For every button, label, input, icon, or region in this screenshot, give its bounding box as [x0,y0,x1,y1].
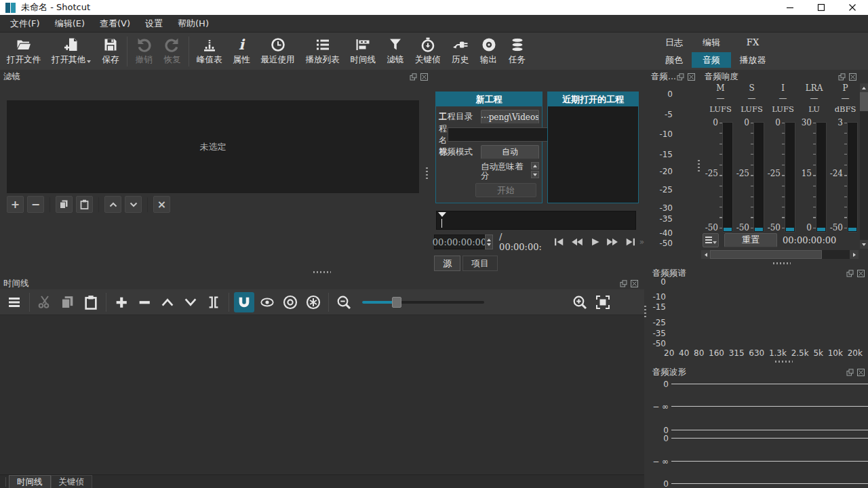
cut-button[interactable] [35,292,55,312]
scroll-left-button[interactable] [701,250,710,259]
properties-button[interactable]: i 属性 [228,34,256,67]
float-panel-icon[interactable] [838,73,846,81]
timecode-spinner[interactable] [485,235,493,249]
tab-player[interactable]: 播放器 [731,52,774,68]
ripple-delete-button[interactable] [134,292,155,312]
ripple-all-tracks-button[interactable] [303,292,323,312]
tab-project[interactable]: 项目 [462,256,498,271]
menu-view[interactable]: 查看(V) [92,15,138,33]
playlist-button[interactable]: 播放列表 [300,34,345,67]
close-panel-icon[interactable] [631,280,638,287]
bottom-tab-timeline[interactable]: 时间线 [9,475,51,488]
float-panel-icon[interactable] [846,369,854,376]
scroll-up-button[interactable] [531,162,539,169]
tab-audio[interactable]: 音频 [692,52,731,68]
timeline-button[interactable]: 时间线 [345,34,382,67]
scrollbar-thumb[interactable] [860,92,868,111]
history-button[interactable]: 历史 [446,34,475,67]
minimize-button[interactable] [774,0,806,15]
zoom-in-button[interactable] [570,292,590,312]
float-panel-icon[interactable] [410,73,417,81]
splitter-handle[interactable] [313,271,331,273]
tab-log[interactable]: 日志 [656,35,692,50]
playhead-icon[interactable] [438,212,446,217]
skip-to-start-button[interactable] [551,235,568,249]
add-filter-button[interactable]: + [7,196,24,213]
open-file-button[interactable]: 打开文件 [1,34,46,67]
deselect-filter-button[interactable]: × [153,196,170,213]
skip-to-end-button[interactable] [622,235,639,249]
tab-editing[interactable]: 编辑 [692,35,731,50]
loudness-menu-button[interactable] [703,233,719,247]
slider-thumb[interactable] [392,297,401,308]
remove-filter-button[interactable]: − [27,196,44,213]
close-panel-icon[interactable] [857,369,865,376]
position-timecode[interactable]: 00:00:00:00 [434,235,485,249]
project-dir-button[interactable]: ⋯peng\Videos [481,110,539,124]
scroll-down-button[interactable] [860,240,868,249]
menu-settings[interactable]: 设置 [138,15,170,33]
open-other-button[interactable]: 打开其他 [46,34,96,67]
overflow-chevron-icon[interactable]: » [639,237,644,247]
close-panel-icon[interactable] [420,73,428,81]
menu-file[interactable]: 文件(F) [3,15,47,33]
menu-edit[interactable]: 编辑(E) [47,15,92,33]
zoom-fit-button[interactable] [593,292,613,312]
lift-button[interactable] [157,292,178,312]
video-mode-button[interactable]: 自动 [481,145,539,159]
scrub-while-dragging-button[interactable] [257,292,277,312]
rewind-button[interactable] [569,235,586,249]
paste-filters-button[interactable] [76,196,93,213]
keyframes-button[interactable]: 关键侦 [410,34,446,67]
copy-filters-button[interactable] [56,196,73,213]
bottom-tab-keyframes[interactable]: 关键侦 [51,475,93,488]
float-panel-icon[interactable] [620,280,627,287]
append-button[interactable] [111,292,132,312]
scroll-down-button[interactable] [531,171,539,178]
timeline-tracks-area[interactable] [0,315,644,474]
redo-button[interactable]: 恢复 [158,34,186,67]
filters-button[interactable]: 滤镜 [381,34,410,67]
recent-button[interactable]: 最近使用 [256,34,300,67]
snap-toggle-button[interactable] [234,292,254,312]
scrollbar-thumb[interactable] [710,250,822,259]
jobs-button[interactable]: 任务 [503,34,532,67]
play-button[interactable] [587,235,604,249]
float-panel-icon[interactable] [677,73,684,81]
close-panel-icon[interactable] [849,73,856,81]
move-filter-up-button[interactable] [104,196,121,213]
close-panel-icon[interactable] [688,73,695,81]
splitter-handle[interactable] [426,167,428,180]
vertical-scrollbar[interactable] [860,83,868,249]
paste-button[interactable] [81,292,101,312]
project-name-input[interactable] [448,127,558,142]
player-scrubber[interactable] [436,211,636,230]
splitter-handle[interactable] [644,306,646,318]
copy-button[interactable] [58,292,78,312]
reset-button[interactable]: 重置 [724,233,777,247]
timeline-menu-button[interactable] [4,292,24,312]
splitter-handle[interactable] [775,361,793,363]
ripple-toggle-button[interactable] [280,292,300,312]
undo-button[interactable]: 撤销 [130,34,158,67]
menu-help[interactable]: 帮助(H) [170,15,216,33]
horizontal-scrollbar[interactable] [701,250,859,259]
tab-fx[interactable]: FX [731,35,774,50]
timeline-zoom-slider[interactable] [362,297,484,308]
tab-color[interactable]: 颜色 [656,52,692,68]
zoom-out-button[interactable] [334,292,354,312]
split-button[interactable] [203,292,224,312]
fast-forward-button[interactable] [604,235,621,249]
scroll-right-button[interactable] [850,250,859,259]
peak-meter-button[interactable]: 峰值表 [191,34,228,67]
tab-source[interactable]: 源 [434,256,460,271]
move-filter-down-button[interactable] [125,196,142,213]
splitter-handle[interactable] [773,262,791,264]
export-button[interactable]: 输出 [475,34,503,67]
start-button[interactable]: 开始 [475,183,536,197]
splitter-handle[interactable] [698,160,700,172]
close-button[interactable] [837,0,868,15]
overwrite-button[interactable] [180,292,201,312]
scroll-up-button[interactable] [860,83,868,92]
save-button[interactable]: 保存 [96,34,125,67]
